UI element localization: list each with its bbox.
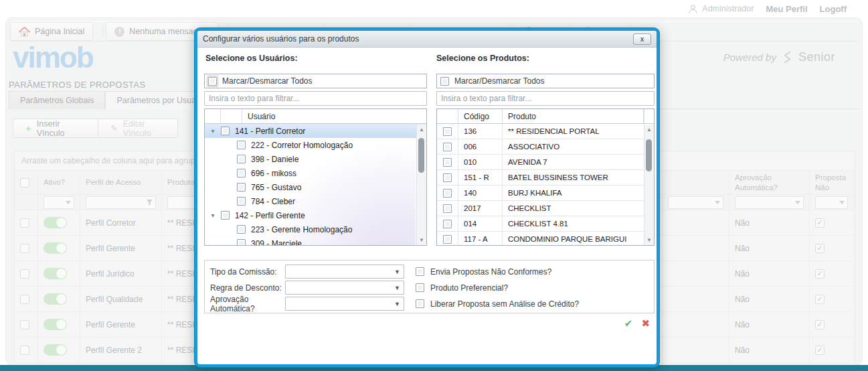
tree-node-user[interactable]: 398 - Daniele xyxy=(205,152,426,166)
product-row[interactable]: 014 CHECKLIST 4.81 xyxy=(437,216,654,232)
no-credit-analysis-option[interactable]: Liberar Proposta sem Análise de Crédito? xyxy=(416,299,579,309)
expand-icon[interactable]: ▾ xyxy=(205,212,221,219)
scroll-down-icon[interactable]: ▼ xyxy=(417,237,426,243)
product-checkbox[interactable] xyxy=(443,158,452,167)
product-code: 014 xyxy=(458,216,503,231)
product-row[interactable]: 151 - R BATEL BUSSINESS TOWER xyxy=(437,170,654,186)
tree-node-user[interactable]: 784 - Cleber xyxy=(205,194,426,208)
scroll-down-icon[interactable]: ▼ xyxy=(644,237,654,243)
scroll-up-icon[interactable]: ▲ xyxy=(417,127,426,133)
product-row[interactable]: 140 BURJ KHALIFA xyxy=(437,186,654,201)
users-tree: Usuário ▾ 141 - Perfil Corretor 222 - Co… xyxy=(204,108,427,246)
users-filter-input[interactable] xyxy=(204,91,427,106)
node-checkbox[interactable] xyxy=(221,127,230,135)
product-code: 140 xyxy=(458,186,503,200)
products-toggle-all[interactable]: Marcar/Desmarcar Todos xyxy=(436,74,655,88)
node-label: 223 - Gerente Homologação xyxy=(251,225,352,234)
tree-node-user[interactable]: 222 - Corretor Homologação xyxy=(205,138,426,152)
product-row[interactable]: 117 - A CONDOMINIO PARQUE BARIGUI xyxy=(437,232,654,246)
no-credit-analysis-checkbox[interactable] xyxy=(416,299,424,308)
scrollbar-thumb[interactable] xyxy=(418,138,424,173)
dialog-actions: ✔ ✖ xyxy=(624,317,650,329)
product-row[interactable]: 2017 CHECKLIST xyxy=(437,201,654,216)
product-checkbox[interactable] xyxy=(443,235,452,244)
users-toggle-all-label: Marcar/Desmarcar Todos xyxy=(222,76,312,86)
product-name: AVENIDA 7 xyxy=(503,158,547,166)
dialog-titlebar[interactable]: Configurar vários usuários para os produ… xyxy=(197,31,657,48)
non-conform-option[interactable]: Envia Propostas Não Conformes? xyxy=(416,267,551,277)
cancel-button[interactable]: ✖ xyxy=(641,317,650,329)
product-checkbox[interactable] xyxy=(443,127,452,136)
dropdown-icon: ▼ xyxy=(394,285,400,291)
scrollbar-thumb[interactable] xyxy=(646,139,652,171)
preferred-product-option[interactable]: Produto Preferencial? xyxy=(416,283,508,293)
node-checkbox[interactable] xyxy=(237,169,246,177)
no-credit-analysis-label: Liberar Proposta sem Análise de Crédito? xyxy=(430,299,579,309)
header-spacer xyxy=(644,109,654,123)
auto-approval-select[interactable]: ▼ xyxy=(285,297,404,311)
product-code: 151 - R xyxy=(458,170,503,185)
node-label: 398 - Daniele xyxy=(251,155,298,164)
tree-node-group[interactable]: ▾ 141 - Perfil Corretor xyxy=(205,124,426,138)
product-checkbox[interactable] xyxy=(443,204,452,213)
commission-type-select[interactable]: ▼ xyxy=(285,265,404,279)
users-scrollbar[interactable]: ▲ ▼ xyxy=(416,125,426,245)
products-table-header: Código Produto xyxy=(437,109,654,124)
node-label: 222 - Corretor Homologação xyxy=(251,141,353,150)
header-spacer xyxy=(205,109,221,123)
users-tree-header: Usuário xyxy=(205,109,426,124)
product-checkbox[interactable] xyxy=(443,189,452,198)
tree-node-user[interactable]: 765 - Gustavo xyxy=(205,180,426,194)
products-toggle-all-label: Marcar/Desmarcar Todos xyxy=(454,76,544,86)
product-checkbox[interactable] xyxy=(443,220,452,228)
node-checkbox[interactable] xyxy=(237,183,246,192)
product-code: 136 xyxy=(458,124,503,139)
users-toggle-all[interactable]: Marcar/Desmarcar Todos xyxy=(204,74,427,88)
node-checkbox[interactable] xyxy=(237,197,246,206)
header-spacer xyxy=(437,109,458,123)
products-filter-input[interactable] xyxy=(436,91,655,106)
product-code: 006 xyxy=(458,139,503,154)
codigo-column-header[interactable]: Código xyxy=(458,109,503,123)
page: Administrador Meu Perfil Logoff Página I… xyxy=(0,0,868,371)
node-checkbox[interactable] xyxy=(237,225,246,234)
products-section-heading: Selecione os Produtos: xyxy=(436,54,529,63)
header-spacer xyxy=(221,109,242,123)
options-form: Tipo da Comissão: ▼ Envia Propostas Não … xyxy=(204,260,655,313)
tree-node-user[interactable]: 696 - mikoss xyxy=(205,166,426,180)
products-scrollbar[interactable]: ▲ ▼ xyxy=(644,125,654,245)
product-row[interactable]: 136 ** RESIDENCIAL PORTAL xyxy=(437,124,654,139)
confirm-button[interactable]: ✔ xyxy=(624,317,633,329)
preferred-product-checkbox[interactable] xyxy=(416,283,424,292)
node-label: 696 - mikoss xyxy=(251,169,296,178)
expand-icon[interactable]: ▾ xyxy=(205,127,221,135)
node-checkbox[interactable] xyxy=(237,141,246,149)
scroll-up-icon[interactable]: ▲ xyxy=(644,127,654,133)
node-checkbox[interactable] xyxy=(237,239,246,246)
node-checkbox[interactable] xyxy=(237,155,246,163)
users-panel: Marcar/Desmarcar Todos Usuário ▾ 141 - P… xyxy=(204,74,427,246)
non-conform-checkbox[interactable] xyxy=(416,267,424,276)
discount-rule-select[interactable]: ▼ xyxy=(285,281,404,295)
product-name: CHECKLIST xyxy=(503,204,551,212)
users-column-header[interactable]: Usuário xyxy=(242,109,426,123)
node-label: 142 - Perfil Gerente xyxy=(235,211,305,220)
tree-node-user[interactable]: 223 - Gerente Homologação xyxy=(205,222,426,236)
product-checkbox[interactable] xyxy=(443,173,452,182)
discount-rule-label: Regra de Desconto: xyxy=(210,283,285,293)
users-toggle-all-checkbox[interactable] xyxy=(208,77,217,86)
configure-users-products-dialog: Configurar vários usuários para os produ… xyxy=(195,28,659,367)
product-row[interactable]: 010 AVENIDA 7 xyxy=(437,155,654,170)
produto-column-header[interactable]: Produto xyxy=(503,109,644,123)
tree-node-user[interactable]: 309 - Marciele xyxy=(205,236,426,246)
node-label: 141 - Perfil Corretor xyxy=(235,127,305,136)
products-panel: Marcar/Desmarcar Todos Código Produto 13… xyxy=(436,74,655,246)
products-toggle-all-checkbox[interactable] xyxy=(440,77,449,86)
close-button[interactable]: x xyxy=(633,33,651,45)
product-checkbox[interactable] xyxy=(443,143,452,151)
node-label: 784 - Cleber xyxy=(251,197,295,206)
tree-node-group[interactable]: ▾ 142 - Perfil Gerente xyxy=(205,208,426,222)
node-checkbox[interactable] xyxy=(221,211,230,220)
dropdown-icon: ▼ xyxy=(394,301,400,307)
product-row[interactable]: 006 ASSOCIATIVO xyxy=(437,139,654,155)
